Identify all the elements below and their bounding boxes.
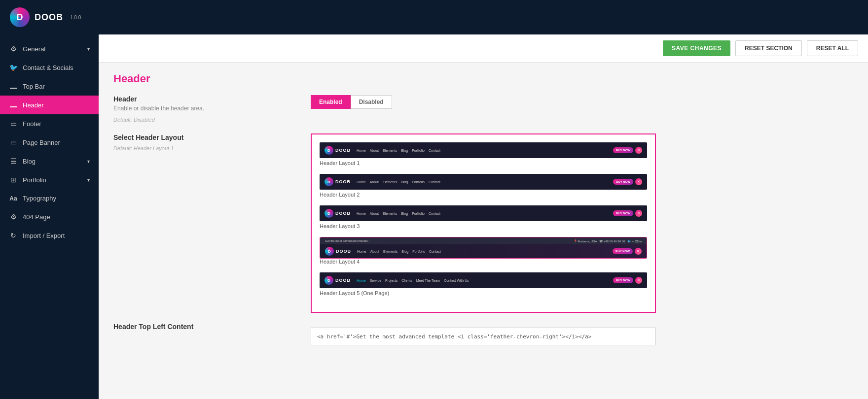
chevron-portfolio-icon: ▾ xyxy=(87,177,90,183)
header-top-left-label-col: Header Top Left Content xyxy=(113,323,301,345)
typography-icon: Aa xyxy=(9,195,18,202)
header-top-left-input[interactable] xyxy=(311,328,656,345)
toggle-disabled-button[interactable]: Disabled xyxy=(351,95,392,109)
gear-icon: ⚙ xyxy=(9,45,18,53)
layout-2-label: Header Layout 2 xyxy=(320,192,647,198)
dash-icon xyxy=(9,82,18,90)
sidebar-item-general[interactable]: ⚙ General ▾ xyxy=(0,39,99,58)
sidebar-item-import-export[interactable]: ↻ Import / Export xyxy=(0,226,99,245)
preview-logo-circle-4: D xyxy=(325,247,334,256)
preview-logo-text-1: DOOB xyxy=(335,148,351,153)
layout-4-item[interactable]: Get the most advanced template › 📍 Alaba… xyxy=(320,237,647,265)
header-top-left-row: Header Top Left Content xyxy=(113,323,853,345)
portfolio-icon: ⊞ xyxy=(9,176,18,184)
header-enable-label-col: Header Enable or disable the header area… xyxy=(113,95,301,124)
brand-name: DOOB xyxy=(35,12,63,23)
reset-all-button[interactable]: RESET ALL xyxy=(807,40,858,56)
header-enable-heading: Header xyxy=(113,95,301,103)
preview-logo-circle-5: D xyxy=(325,276,333,285)
layout-4-topbar: Get the most advanced template › 📍 Alaba… xyxy=(320,237,647,244)
sidebar-label-blog: Blog xyxy=(23,158,36,165)
chevron-down-icon: ▾ xyxy=(87,46,90,52)
sidebar-item-page-banner[interactable]: ▭ Page Banner xyxy=(0,133,99,152)
layout-selection-box: D DOOB Home About Elements Blog Portfoli… xyxy=(311,133,656,313)
preview-logo-1: D DOOB xyxy=(325,146,351,155)
preview-buttons-5: BUY NOW ✕ xyxy=(613,277,642,284)
preview-logo-circle-3: D xyxy=(325,209,333,218)
layout-select-control: D DOOB Home About Elements Blog Portfoli… xyxy=(311,133,853,313)
layout-2-bar: D DOOB Home About Elements Blog Portfoli… xyxy=(320,174,647,190)
preview-logo-circle-2: D xyxy=(325,177,333,186)
sidebar-item-404[interactable]: ⚙ 404 Page xyxy=(0,207,99,226)
layout-1-item[interactable]: D DOOB Home About Elements Blog Portfoli… xyxy=(320,142,647,166)
sidebar-item-blog[interactable]: ☰ Blog ▾ xyxy=(0,152,99,170)
page-title: Header xyxy=(113,72,853,85)
preview-logo-3: D DOOB xyxy=(325,209,351,218)
header-enable-default: Default: Disabled xyxy=(113,117,155,123)
preview-nav-3: Home About Elements Blog Portfolio Conta… xyxy=(357,212,613,215)
preview-nav-2: Home About Elements Blog Portfolio Conta… xyxy=(357,180,613,184)
preview-logo-text-2: DOOB xyxy=(335,179,351,184)
404-icon: ⚙ xyxy=(9,213,18,221)
sidebar-label-404: 404 Page xyxy=(23,213,50,221)
preview-buttons-1: BUY NOW ✕ xyxy=(613,147,642,154)
logo-area: D DOOB 1.0.0 xyxy=(10,7,81,27)
layout-4-mainbar: D DOOB Home About Elements Blog Portfoli… xyxy=(320,244,647,258)
sidebar-label-import-export: Import / Export xyxy=(23,232,65,239)
sidebar-item-top-bar[interactable]: Top Bar xyxy=(0,77,99,96)
toggle-group: Enabled Disabled xyxy=(311,95,853,109)
layout-4-selected-border: Get the most advanced template › 📍 Alaba… xyxy=(320,237,647,259)
layout-3-bar: D DOOB Home About Elements Blog Portfoli… xyxy=(320,205,647,221)
layout-4-label: Header Layout 4 xyxy=(320,259,647,265)
sidebar: ⚙ General ▾ 🐦 Contact & Socials Top Bar … xyxy=(0,34,99,399)
dash-active-icon xyxy=(9,101,18,109)
header-enable-description: Enable or disable the header area. xyxy=(113,105,301,112)
import-export-icon: ↻ xyxy=(9,232,18,239)
preview-buttons-4: BUY NOW ✕ xyxy=(613,248,642,255)
header-top-left-control xyxy=(311,328,656,345)
header-enable-row: Header Enable or disable the header area… xyxy=(113,95,853,124)
preview-nav-5: Home Service Projects Clients Meet The T… xyxy=(357,279,613,282)
top-navbar: D DOOB 1.0.0 xyxy=(0,0,868,34)
preview-logo-text-5: DOOB xyxy=(335,278,351,283)
layout-3-item[interactable]: D DOOB Home About Elements Blog Portfoli… xyxy=(320,205,647,229)
preview-logo-4: D DOOB xyxy=(325,247,351,256)
footer-icon: ▭ xyxy=(9,120,18,128)
sidebar-item-portfolio[interactable]: ⊞ Portfolio ▾ xyxy=(0,170,99,189)
sidebar-label-page-banner: Page Banner xyxy=(23,139,60,146)
content-area: SAVE CHANGES RESET SECTION RESET ALL Hea… xyxy=(99,34,868,399)
preview-logo-text-3: DOOB xyxy=(335,211,351,216)
layout-select-row: Select Header Layout Default: Header Lay… xyxy=(113,133,853,313)
toggle-enabled-button[interactable]: Enabled xyxy=(311,95,351,109)
layout-2-item[interactable]: D DOOB Home About Elements Blog Portfoli… xyxy=(320,174,647,198)
preview-nav-4: Home About Elements Blog Portfolio Conta… xyxy=(357,250,613,253)
twitter-icon: 🐦 xyxy=(9,64,18,71)
sidebar-label-header: Header xyxy=(23,101,44,109)
sidebar-item-header[interactable]: Header xyxy=(0,96,99,114)
sidebar-item-typography[interactable]: Aa Typography xyxy=(0,189,99,207)
sidebar-label-topbar: Top Bar xyxy=(23,83,45,90)
layout-5-item[interactable]: D DOOB Home Service Projects Clients Mee… xyxy=(320,272,647,296)
save-button[interactable]: SAVE CHANGES xyxy=(663,40,730,56)
action-bar: SAVE CHANGES RESET SECTION RESET ALL xyxy=(99,34,868,63)
layout-3-label: Header Layout 3 xyxy=(320,223,647,229)
layout-select-default: Default: Header Layout 1 xyxy=(113,145,174,151)
layout-1-bar: D DOOB Home About Elements Blog Portfoli… xyxy=(320,142,647,158)
chevron-blog-icon: ▾ xyxy=(87,159,90,164)
logo-icon: D xyxy=(10,7,30,27)
reset-section-button[interactable]: RESET SECTION xyxy=(735,40,802,56)
preview-nav-1: Home About Elements Blog Portfolio Conta… xyxy=(357,149,613,152)
sidebar-label-portfolio: Portfolio xyxy=(23,176,46,184)
layout-5-bar: D DOOB Home Service Projects Clients Mee… xyxy=(320,272,647,288)
layout-5-label: Header Layout 5 (One Page) xyxy=(320,290,647,296)
sidebar-label-general: General xyxy=(23,45,45,53)
sidebar-item-footer[interactable]: ▭ Footer xyxy=(0,114,99,133)
preview-logo-text-4: DOOB xyxy=(336,249,351,254)
sidebar-item-contact-socials[interactable]: 🐦 Contact & Socials xyxy=(0,58,99,77)
preview-buttons-2: BUY NOW ✕ xyxy=(613,178,642,185)
page-banner-icon: ▭ xyxy=(9,138,18,146)
layout-select-heading: Select Header Layout xyxy=(113,133,301,141)
header-top-left-heading: Header Top Left Content xyxy=(113,323,301,331)
preview-logo-5: D DOOB xyxy=(325,276,351,285)
preview-logo-2: D DOOB xyxy=(325,177,351,186)
